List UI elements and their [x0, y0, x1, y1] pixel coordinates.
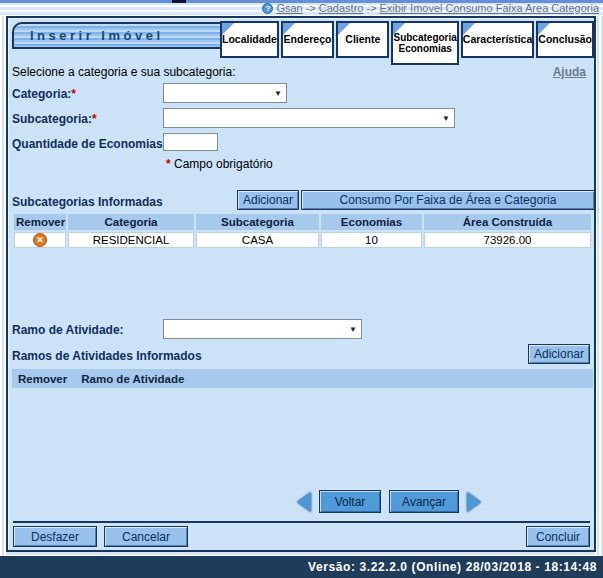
ramo-atividade-select[interactable]	[164, 320, 361, 338]
subcategorias-table: Remover Categoria Subcategoria Economias…	[12, 212, 593, 250]
adicionar-subcategoria-button[interactable]: Adicionar	[237, 190, 299, 210]
economias-cell: 10	[321, 232, 422, 248]
arrow-right-icon[interactable]	[467, 492, 481, 512]
tab-conclusao[interactable]: Conclusão	[536, 21, 594, 58]
required-note: * Campo obrigatório	[166, 157, 273, 171]
adicionar-ramo-button[interactable]: Adicionar	[528, 344, 590, 364]
tab-subcategoria-economias[interactable]: Subcategoria Economias	[391, 21, 458, 65]
page-title-bar: Inserir Imóvel	[12, 22, 235, 49]
main-panel: Inserir Imóvel Localidade Endereço Clien…	[6, 16, 596, 552]
quantidade-economias-label: Quantidade de Economias:*	[12, 137, 171, 151]
table-row: ✕ RESIDENCIAL CASA 10 73926.00	[14, 232, 591, 248]
categoria-cell: RESIDENCIAL	[68, 232, 194, 248]
col-area-construida: Área Construída	[424, 214, 591, 230]
ramo-atividade-label: Ramo de Atividade:	[12, 323, 124, 337]
categoria-select-wrap: ▼	[163, 83, 287, 103]
categoria-select[interactable]	[164, 84, 286, 102]
subcategorias-informadas-label: Subcategorias Informadas	[12, 195, 163, 209]
tab-cliente[interactable]: Cliente	[336, 21, 389, 58]
page-title: Inserir Imóvel	[14, 28, 164, 43]
desfazer-button[interactable]: Desfazer	[13, 526, 97, 547]
avancar-button[interactable]: Avançar	[389, 490, 459, 513]
tab-bar: Localidade Endereço Cliente Subcategoria…	[220, 21, 594, 65]
voltar-button[interactable]: Voltar	[319, 490, 381, 513]
area-construida-cell: 73926.00	[424, 232, 591, 248]
instruction-text: Selecione a categoria e sua subcategoria…	[12, 65, 235, 79]
breadcrumb-link-cadastro[interactable]: Cadastro	[319, 2, 364, 14]
col-economias: Economias	[321, 214, 422, 230]
subcategoria-select-wrap: ▼	[163, 108, 455, 128]
col-subcategoria: Subcategoria	[196, 214, 319, 230]
col-ramo-atividade: Ramo de Atividade	[81, 373, 184, 385]
categoria-label: Categoria:*	[12, 87, 76, 101]
wizard-nav: Voltar Avançar	[297, 490, 481, 513]
remove-cell: ✕	[14, 232, 66, 248]
subcategorias-table-header-row: Remover Categoria Subcategoria Economias…	[14, 214, 591, 230]
concluir-button[interactable]: Concluir	[526, 526, 590, 547]
col-categoria: Categoria	[68, 214, 194, 230]
tab-endereco[interactable]: Endereço	[281, 21, 334, 58]
version-text: Versão: 3.22.2.0 (Online) 28/03/2018 - 1…	[308, 560, 597, 574]
cancelar-button[interactable]: Cancelar	[104, 526, 188, 547]
right-frame	[595, 16, 603, 556]
gsan-window: ? Gsan -> Cadastro -> Exibir Imovel Cons…	[0, 0, 603, 578]
tab-caracteristica[interactable]: Característica	[461, 21, 534, 58]
footer-separator-line	[13, 521, 590, 523]
subcategoria-select[interactable]	[164, 109, 454, 127]
arrow-left-icon[interactable]	[297, 492, 311, 512]
breadcrumb-separator: ->	[306, 2, 316, 14]
remove-icon[interactable]: ✕	[33, 233, 47, 247]
help-icon[interactable]: ?	[262, 3, 273, 14]
col-remover: Remover	[18, 373, 67, 385]
ramo-atividade-select-wrap: ▼	[163, 319, 362, 339]
breadcrumb-link-exibir-imovel[interactable]: Exibir Imovel Consumo Faixa Area Categor…	[380, 2, 599, 14]
breadcrumb-link-gsan[interactable]: Gsan	[276, 2, 302, 14]
quantidade-economias-input[interactable]	[163, 133, 218, 151]
subcategoria-cell: CASA	[196, 232, 319, 248]
breadcrumb: ? Gsan -> Cadastro -> Exibir Imovel Cons…	[262, 2, 599, 14]
col-remover: Remover	[14, 214, 66, 230]
breadcrumb-separator: ->	[366, 2, 376, 14]
ramos-informados-label: Ramos de Atividades Informados	[12, 349, 202, 363]
consumo-faixa-area-button[interactable]: Consumo Por Faixa de Área e Categoria	[301, 190, 595, 210]
top-artifact	[172, 0, 186, 3]
subcategoria-label: Subcategoria:*	[12, 112, 97, 126]
tab-localidade[interactable]: Localidade	[220, 21, 279, 58]
status-bar: Versão: 3.22.2.0 (Online) 28/03/2018 - 1…	[0, 556, 603, 578]
ramos-table-header: Remover Ramo de Atividade	[12, 369, 593, 388]
ajuda-link[interactable]: Ajuda	[553, 65, 586, 79]
